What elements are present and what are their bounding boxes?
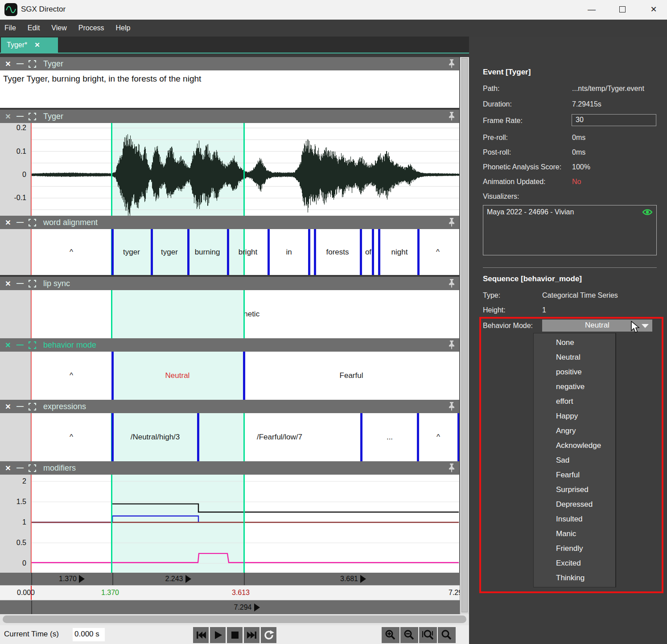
timeline-segment-label[interactable]: 2.243: [165, 575, 191, 583]
selection-end-marker[interactable]: [243, 123, 245, 216]
selection-start-marker[interactable]: [111, 123, 112, 216]
pin-icon[interactable]: [448, 402, 456, 413]
tab-close-icon[interactable]: ✕: [34, 41, 40, 49]
pin-icon[interactable]: [448, 340, 456, 352]
track-close-icon[interactable]: ✕: [4, 112, 12, 121]
track-body-behavior-mode[interactable]: ^NeutralFearful: [0, 352, 459, 400]
menu-help[interactable]: Help: [116, 24, 131, 32]
segment-boundary[interactable]: [378, 229, 380, 275]
selection-end-marker[interactable]: [243, 413, 245, 461]
horizontal-scrollbar[interactable]: [0, 614, 469, 625]
track-body-waveform[interactable]: 0.20.10-0.1: [0, 123, 459, 216]
menu-process[interactable]: Process: [78, 24, 104, 32]
segment-boundary[interactable]: [197, 413, 199, 461]
modifiers-plot[interactable]: [31, 475, 459, 573]
playhead-line[interactable]: [31, 413, 32, 461]
lip-sync-segments[interactable]: phonetic: [31, 290, 459, 338]
skip-to-start-button[interactable]: [193, 627, 209, 643]
skip-to-end-button[interactable]: [244, 627, 259, 643]
track-header-behavior-mode[interactable]: ✕ — behavior mode: [0, 338, 459, 352]
dropdown-option-negative[interactable]: negative: [534, 379, 615, 394]
track-close-icon[interactable]: ✕: [4, 218, 12, 227]
dropdown-option-depressed[interactable]: Depressed: [534, 497, 615, 512]
dropdown-option-neutral[interactable]: Neutral: [534, 350, 615, 365]
dropdown-option-excited[interactable]: Excited: [534, 556, 615, 570]
timeline-segment-row-2[interactable]: 7.294: [0, 600, 469, 614]
track-header-word-alignment[interactable]: ✕ — word alignment: [0, 216, 459, 229]
track-header-modifiers[interactable]: ✕ — modifiers: [0, 461, 459, 475]
dropdown-option-effort[interactable]: effort: [534, 394, 615, 409]
playhead-line[interactable]: [31, 229, 32, 275]
pin-icon[interactable]: [448, 59, 456, 70]
minimize-button[interactable]: —: [581, 0, 602, 19]
play-segment-icon[interactable]: [79, 575, 85, 583]
dropdown-option-fearful[interactable]: Fearful: [534, 468, 615, 482]
ruler-playhead[interactable]: [31, 586, 32, 600]
waveform-plot[interactable]: [31, 123, 459, 216]
dropdown-option-angry[interactable]: Angry: [534, 423, 615, 438]
timeline-ruler[interactable]: 0.0001.3703.6137.294: [0, 585, 469, 600]
dropdown-option-positive[interactable]: positive: [534, 365, 615, 379]
track-close-icon[interactable]: ✕: [4, 341, 12, 349]
zoom-in-button[interactable]: [382, 627, 399, 643]
behavior-mode-segments[interactable]: ^NeutralFearful: [31, 352, 459, 400]
menu-view[interactable]: View: [51, 24, 66, 32]
segment-boundary[interactable]: [151, 229, 153, 275]
track-expand-icon[interactable]: [28, 113, 36, 120]
segment-boundary[interactable]: [360, 413, 362, 461]
menu-edit[interactable]: Edit: [28, 24, 40, 32]
track-body-text[interactable]: Tyger Tyger, burning bright, in the fore…: [0, 70, 459, 108]
tab-tyger[interactable]: Tyger* ✕: [1, 37, 58, 53]
track-close-icon[interactable]: ✕: [4, 279, 12, 288]
track-body-word-alignment[interactable]: ^tygertygerburningbrightinforestsofnight…: [0, 229, 459, 275]
dropdown-option-none[interactable]: None: [534, 335, 615, 350]
segment-boundary[interactable]: [314, 229, 316, 275]
track-expand-icon[interactable]: [28, 464, 36, 472]
timeline-segment-label[interactable]: 7.294: [234, 603, 259, 611]
pin-icon[interactable]: [448, 463, 456, 475]
word-alignment-segments[interactable]: ^tygertygerburningbrightinforestsofnight…: [31, 229, 459, 275]
vertical-scrollbar-thumb[interactable]: [461, 58, 468, 612]
current-time-input[interactable]: 0.000 s: [73, 628, 105, 641]
play-segment-icon[interactable]: [185, 575, 191, 583]
play-button[interactable]: [210, 627, 226, 643]
dropdown-option-insulted[interactable]: Insulted: [534, 512, 615, 526]
pin-icon[interactable]: [448, 279, 456, 290]
track-header-expressions[interactable]: ✕ — expressions: [0, 400, 459, 413]
segment-boundary[interactable]: [111, 229, 114, 275]
selection-end-marker[interactable]: [243, 475, 245, 573]
timeline-segment-label[interactable]: 3.681: [340, 575, 366, 583]
track-minimize-icon[interactable]: —: [16, 112, 24, 120]
track-minimize-icon[interactable]: —: [16, 464, 24, 472]
close-button[interactable]: ✕: [643, 0, 664, 19]
pin-icon[interactable]: [448, 217, 456, 229]
segment-boundary[interactable]: [227, 229, 229, 275]
playhead-line[interactable]: [31, 290, 32, 338]
expressions-segments[interactable]: ^/Neutral/high/3/Fearful/low/7...^: [31, 413, 459, 461]
segment-boundary[interactable]: [268, 229, 270, 275]
dropdown-option-manic[interactable]: Manic: [534, 526, 615, 541]
dropdown-option-sad[interactable]: Sad: [534, 453, 615, 468]
dropdown-option-happy[interactable]: Happy: [534, 409, 615, 423]
segment-boundary[interactable]: [111, 352, 114, 400]
track-expand-icon[interactable]: [28, 60, 36, 68]
frame-rate-input[interactable]: 30: [572, 114, 656, 126]
track-header-waveform[interactable]: ✕ — Tyger: [0, 110, 459, 123]
track-body-lip-sync[interactable]: phonetic: [0, 290, 459, 338]
track-expand-icon[interactable]: [28, 219, 36, 226]
segment-boundary[interactable]: [111, 413, 114, 461]
track-close-icon[interactable]: ✕: [4, 60, 12, 68]
vertical-scrollbar[interactable]: [460, 57, 469, 614]
dropdown-option-friendly[interactable]: Friendly: [534, 541, 615, 556]
segment-boundary[interactable]: [372, 229, 374, 275]
horizontal-scrollbar-thumb[interactable]: [3, 615, 466, 623]
track-expand-icon[interactable]: [28, 280, 36, 287]
zoom-out-button[interactable]: [400, 627, 418, 643]
dropdown-option-surprised[interactable]: Surprised: [534, 482, 615, 497]
segment-boundary[interactable]: [187, 229, 189, 275]
track-minimize-icon[interactable]: —: [16, 60, 24, 68]
playhead-line[interactable]: [31, 352, 32, 400]
stop-button[interactable]: [227, 627, 243, 643]
segment-boundary[interactable]: [308, 229, 310, 275]
track-close-icon[interactable]: ✕: [4, 464, 12, 472]
